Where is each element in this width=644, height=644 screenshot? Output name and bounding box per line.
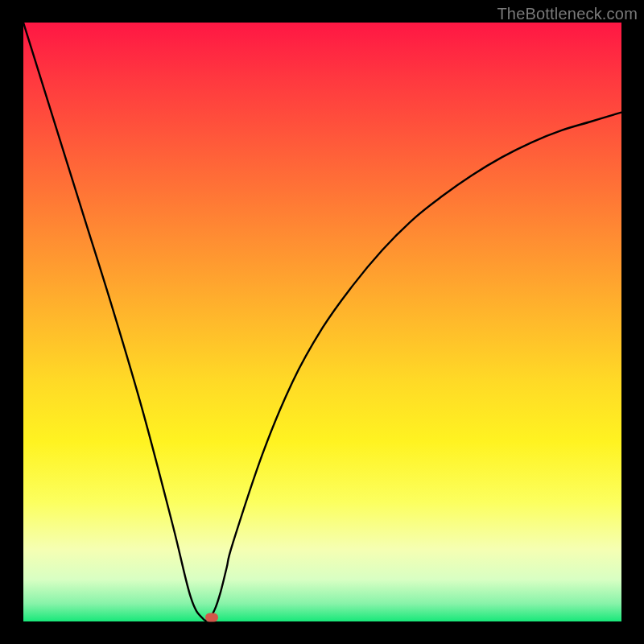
chart-frame: TheBottleneck.com — [0, 0, 644, 644]
bottleneck-curve — [23, 23, 621, 621]
plot-area — [23, 23, 621, 621]
watermark-text: TheBottleneck.com — [497, 5, 638, 23]
optimal-point-marker — [205, 613, 218, 621]
curve-svg — [23, 23, 621, 621]
